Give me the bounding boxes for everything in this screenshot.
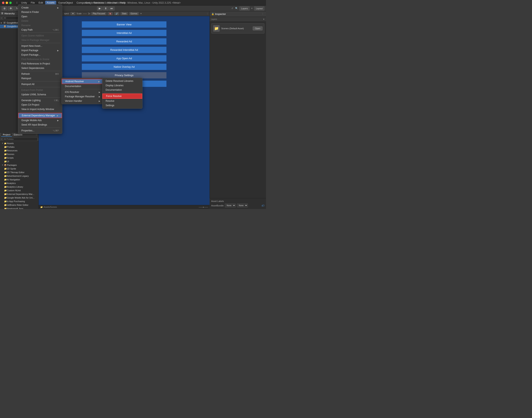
- seed-xr-label: Seed XR Input Bindings: [21, 123, 47, 126]
- version-handler-arrow: ▶: [99, 100, 100, 102]
- view-import-label: View in Import Activity Window: [21, 108, 54, 111]
- properties-label: Properties...: [21, 129, 35, 132]
- reimport-label: Reimport: [21, 77, 31, 80]
- context-menu-overlay: Create ▶ Reveal in Finder Open Delete Re…: [0, 0, 266, 209]
- view-package-label: View in Package Manager: [21, 39, 49, 42]
- menu-create[interactable]: Create ▶: [18, 5, 62, 10]
- open-scene-additive-label: Open Scene Additive: [21, 34, 44, 37]
- find-refs-scene-label: Find References In Scene: [21, 58, 49, 61]
- android-force-resolve[interactable]: Force Resolve: [102, 93, 142, 99]
- copy-path-label: Copy Path: [21, 28, 33, 31]
- menu-import-package[interactable]: Import Package ▶: [18, 48, 62, 53]
- android-resolve[interactable]: Resolve: [102, 99, 142, 103]
- display-libs-label: Display Libraries: [106, 84, 124, 87]
- menu-import-new[interactable]: Import New Asset...: [18, 44, 62, 48]
- refresh-shortcut: ⌘R: [55, 73, 59, 75]
- sep3: [20, 71, 60, 71]
- resolve-label: Resolve: [106, 100, 114, 102]
- edm-ios-resolver[interactable]: iOS Resolver ▶: [62, 90, 104, 94]
- android-display-libs[interactable]: Display Libraries: [102, 83, 142, 88]
- menu-seed-xr[interactable]: Seed XR Input Bindings: [18, 123, 62, 127]
- edm-pkg-resolver[interactable]: Package Manager Resolver ▶: [62, 94, 104, 99]
- menu-reimport[interactable]: Reimport: [18, 76, 62, 81]
- edm-documentation[interactable]: Documentation: [62, 84, 104, 89]
- menu-select-deps[interactable]: Select Dependencies: [18, 66, 62, 70]
- menu-view-import-activity[interactable]: View in Import Activity Window: [18, 107, 62, 111]
- menu-find-refs-scene: Find References In Scene: [18, 57, 62, 61]
- gma-arrow-icon: ▶: [57, 119, 59, 122]
- find-refs-project-label: Find References In Project: [21, 62, 50, 65]
- menu-find-refs-project[interactable]: Find References In Project: [18, 61, 62, 66]
- reimport-all-label: Reimport All: [21, 83, 35, 86]
- delete-libs-label: Delete Resolved Libraries: [106, 80, 133, 82]
- import-package-label: Import Package: [21, 49, 38, 52]
- menu-open[interactable]: Open: [18, 14, 62, 19]
- edm-arrow-icon: ▶: [57, 115, 58, 117]
- menu-extract-prefab: Extract From Prefab: [18, 88, 62, 92]
- export-package-label: Export Package...: [21, 53, 41, 56]
- open-label: Open: [21, 15, 27, 18]
- menu-properties[interactable]: Properties... ⌥⌘P: [18, 128, 62, 133]
- reveal-finder-label: Reveal in Finder: [21, 11, 39, 13]
- android-sep1: [104, 93, 141, 93]
- edm-android-resolver[interactable]: Android Resolver ▶: [62, 79, 104, 84]
- assets-context-menu: Create ▶ Reveal in Finder Open Delete Re…: [18, 4, 62, 134]
- select-deps-label: Select Dependencies: [21, 67, 44, 70]
- gma-label: Google Mobile Ads: [21, 119, 42, 122]
- ios-resolver-arrow: ▶: [99, 91, 100, 93]
- android-resolver-label: Android Resolver: [65, 80, 84, 83]
- menu-view-package: View in Package Manager: [18, 38, 62, 42]
- sep6: [20, 97, 60, 98]
- sep5: [20, 87, 60, 87]
- menu-gen-lighting[interactable]: Generate Lighting ⇧⌘L: [18, 98, 62, 103]
- create-arrow-icon: ▶: [57, 7, 59, 9]
- edm-doc-label: Documentation: [65, 85, 81, 88]
- menu-open-scene-additive: Open Scene Additive: [18, 34, 62, 38]
- android-settings[interactable]: Settings: [102, 103, 142, 108]
- extract-prefab-label: Extract From Prefab: [21, 89, 43, 92]
- android-delete-libs[interactable]: Delete Resolved Libraries: [102, 79, 142, 83]
- force-resolve-label: Force Resolve: [106, 95, 122, 98]
- android-resolver-submenu: Delete Resolved Libraries Display Librar…: [102, 78, 142, 109]
- delete-label: Delete: [21, 20, 28, 22]
- menu-open-csharp[interactable]: Open C# Project: [18, 103, 62, 107]
- gen-lighting-label: Generate Lighting: [21, 99, 41, 102]
- menu-update-uxml[interactable]: Update UXML Schema: [18, 92, 62, 97]
- update-uxml-label: Update UXML Schema: [21, 93, 46, 96]
- android-doc-label: Documentation: [106, 89, 122, 91]
- sep4: [20, 81, 60, 81]
- import-package-arrow: ▶: [57, 49, 59, 52]
- create-label: Create: [21, 6, 29, 9]
- menu-rename: Rename: [18, 23, 62, 28]
- sep7: [20, 112, 60, 112]
- menu-export-package[interactable]: Export Package...: [18, 53, 62, 57]
- android-documentation[interactable]: Documentation: [102, 88, 142, 92]
- pkg-resolver-arrow: ▶: [99, 95, 100, 98]
- properties-shortcut: ⌥⌘P: [53, 129, 59, 132]
- menu-reveal-finder[interactable]: Reveal in Finder: [18, 10, 62, 14]
- refresh-label: Refresh: [21, 72, 30, 75]
- menu-gma[interactable]: Google Mobile Ads ▶: [18, 118, 62, 123]
- menu-refresh[interactable]: Refresh ⌘R: [18, 72, 62, 76]
- gen-lighting-shortcut: ⇧⌘L: [54, 99, 59, 102]
- sep1: [20, 33, 60, 33]
- settings-label: Settings: [106, 104, 114, 107]
- pkg-resolver-label: Package Manager Resolver: [65, 95, 95, 98]
- edm-sep1: [63, 89, 102, 89]
- rename-label: Rename: [21, 24, 30, 27]
- sep2: [20, 43, 60, 43]
- menu-edm[interactable]: External Dependency Manager ▶: [18, 113, 62, 118]
- edm-submenu: Android Resolver ▶ Documentation iOS Res…: [61, 78, 104, 104]
- android-resolver-arrow: ▶: [98, 81, 100, 83]
- menu-copy-path[interactable]: Copy Path ⌥⌘C: [18, 28, 62, 32]
- menu-reimport-all[interactable]: Reimport All: [18, 82, 62, 86]
- open-csharp-label: Open C# Project: [21, 103, 39, 106]
- ios-resolver-label: iOS Resolver: [65, 91, 79, 93]
- menu-delete: Delete: [18, 19, 62, 23]
- copy-path-shortcut: ⌥⌘C: [52, 29, 59, 31]
- import-new-label: Import New Asset...: [21, 45, 42, 47]
- sep8: [20, 128, 60, 128]
- edm-version-handler[interactable]: Version Handler ▶: [62, 99, 104, 103]
- version-handler-label: Version Handler: [65, 100, 82, 102]
- edm-label: External Dependency Manager: [22, 114, 55, 117]
